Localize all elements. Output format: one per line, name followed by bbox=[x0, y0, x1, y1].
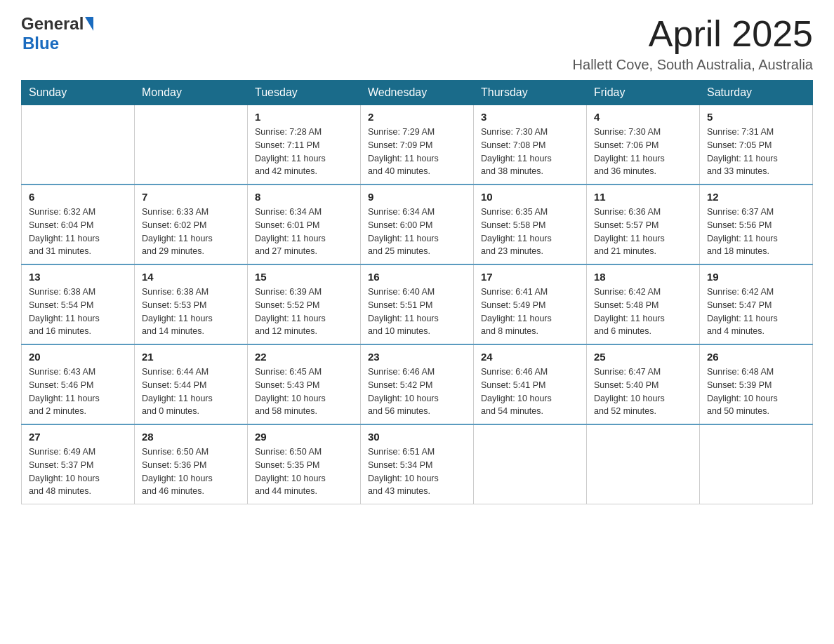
day-header-friday: Friday bbox=[587, 81, 700, 105]
day-number: 19 bbox=[707, 271, 805, 283]
day-info: Sunrise: 6:37 AM Sunset: 5:56 PM Dayligh… bbox=[707, 206, 805, 258]
calendar-cell: 7Sunrise: 6:33 AM Sunset: 6:02 PM Daylig… bbox=[135, 185, 248, 264]
day-info: Sunrise: 7:29 AM Sunset: 7:09 PM Dayligh… bbox=[368, 126, 466, 178]
calendar-table: SundayMondayTuesdayWednesdayThursdayFrid… bbox=[21, 80, 813, 504]
calendar-cell bbox=[700, 424, 813, 504]
day-info: Sunrise: 7:30 AM Sunset: 7:08 PM Dayligh… bbox=[481, 126, 579, 178]
calendar-week-row: 6Sunrise: 6:32 AM Sunset: 6:04 PM Daylig… bbox=[22, 185, 813, 264]
day-number: 30 bbox=[368, 431, 466, 443]
day-number: 12 bbox=[707, 191, 805, 203]
day-info: Sunrise: 6:32 AM Sunset: 6:04 PM Dayligh… bbox=[29, 206, 127, 258]
day-info: Sunrise: 6:40 AM Sunset: 5:51 PM Dayligh… bbox=[368, 286, 466, 338]
day-info: Sunrise: 6:36 AM Sunset: 5:57 PM Dayligh… bbox=[594, 206, 692, 258]
day-number: 22 bbox=[255, 351, 353, 363]
calendar-week-row: 13Sunrise: 6:38 AM Sunset: 5:54 PM Dayli… bbox=[22, 264, 813, 344]
day-number: 18 bbox=[594, 271, 692, 283]
day-info: Sunrise: 6:45 AM Sunset: 5:43 PM Dayligh… bbox=[255, 365, 353, 418]
day-info: Sunrise: 6:38 AM Sunset: 5:54 PM Dayligh… bbox=[29, 286, 127, 338]
calendar-cell bbox=[587, 424, 700, 504]
day-header-sunday: Sunday bbox=[22, 81, 135, 105]
day-number: 6 bbox=[29, 191, 127, 203]
day-number: 15 bbox=[255, 271, 353, 283]
day-info: Sunrise: 7:30 AM Sunset: 7:06 PM Dayligh… bbox=[594, 126, 692, 178]
logo-blue-text: Blue bbox=[22, 34, 59, 53]
day-number: 27 bbox=[29, 431, 127, 443]
day-number: 16 bbox=[368, 271, 466, 283]
calendar-cell: 19Sunrise: 6:42 AM Sunset: 5:47 PM Dayli… bbox=[700, 264, 813, 344]
day-number: 10 bbox=[481, 191, 579, 203]
day-number: 24 bbox=[481, 351, 579, 363]
day-number: 13 bbox=[29, 271, 127, 283]
day-info: Sunrise: 6:42 AM Sunset: 5:47 PM Dayligh… bbox=[707, 286, 805, 338]
day-info: Sunrise: 6:50 AM Sunset: 5:35 PM Dayligh… bbox=[255, 445, 353, 498]
calendar-cell: 1Sunrise: 7:28 AM Sunset: 7:11 PM Daylig… bbox=[248, 105, 361, 185]
calendar-cell: 6Sunrise: 6:32 AM Sunset: 6:04 PM Daylig… bbox=[22, 185, 135, 264]
calendar-cell: 4Sunrise: 7:30 AM Sunset: 7:06 PM Daylig… bbox=[587, 105, 700, 185]
calendar-cell: 12Sunrise: 6:37 AM Sunset: 5:56 PM Dayli… bbox=[700, 185, 813, 264]
calendar-cell: 29Sunrise: 6:50 AM Sunset: 5:35 PM Dayli… bbox=[248, 424, 361, 504]
calendar-cell: 30Sunrise: 6:51 AM Sunset: 5:34 PM Dayli… bbox=[361, 424, 474, 504]
calendar-cell: 14Sunrise: 6:38 AM Sunset: 5:53 PM Dayli… bbox=[135, 264, 248, 344]
calendar-cell bbox=[22, 105, 135, 185]
day-info: Sunrise: 6:46 AM Sunset: 5:41 PM Dayligh… bbox=[481, 365, 579, 418]
day-header-thursday: Thursday bbox=[474, 81, 587, 105]
calendar-cell: 2Sunrise: 7:29 AM Sunset: 7:09 PM Daylig… bbox=[361, 105, 474, 185]
calendar-cell: 22Sunrise: 6:45 AM Sunset: 5:43 PM Dayli… bbox=[248, 344, 361, 424]
day-number: 26 bbox=[707, 351, 805, 363]
calendar-header-row: SundayMondayTuesdayWednesdayThursdayFrid… bbox=[22, 81, 813, 105]
calendar-cell: 26Sunrise: 6:48 AM Sunset: 5:39 PM Dayli… bbox=[700, 344, 813, 424]
calendar-cell: 8Sunrise: 6:34 AM Sunset: 6:01 PM Daylig… bbox=[248, 185, 361, 264]
day-number: 29 bbox=[255, 431, 353, 443]
day-number: 25 bbox=[594, 351, 692, 363]
calendar-cell: 10Sunrise: 6:35 AM Sunset: 5:58 PM Dayli… bbox=[474, 185, 587, 264]
day-info: Sunrise: 6:48 AM Sunset: 5:39 PM Dayligh… bbox=[707, 365, 805, 418]
calendar-cell: 27Sunrise: 6:49 AM Sunset: 5:37 PM Dayli… bbox=[22, 424, 135, 504]
month-title: April 2025 bbox=[573, 14, 813, 54]
calendar-cell: 24Sunrise: 6:46 AM Sunset: 5:41 PM Dayli… bbox=[474, 344, 587, 424]
calendar-cell: 25Sunrise: 6:47 AM Sunset: 5:40 PM Dayli… bbox=[587, 344, 700, 424]
calendar-cell: 17Sunrise: 6:41 AM Sunset: 5:49 PM Dayli… bbox=[474, 264, 587, 344]
calendar-cell bbox=[474, 424, 587, 504]
day-info: Sunrise: 6:38 AM Sunset: 5:53 PM Dayligh… bbox=[142, 286, 240, 338]
calendar-cell: 28Sunrise: 6:50 AM Sunset: 5:36 PM Dayli… bbox=[135, 424, 248, 504]
day-info: Sunrise: 6:43 AM Sunset: 5:46 PM Dayligh… bbox=[29, 365, 127, 418]
day-info: Sunrise: 6:34 AM Sunset: 6:01 PM Dayligh… bbox=[255, 206, 353, 258]
calendar-week-row: 20Sunrise: 6:43 AM Sunset: 5:46 PM Dayli… bbox=[22, 344, 813, 424]
day-number: 21 bbox=[142, 351, 240, 363]
day-number: 3 bbox=[481, 111, 579, 123]
day-number: 1 bbox=[255, 111, 353, 123]
day-info: Sunrise: 6:35 AM Sunset: 5:58 PM Dayligh… bbox=[481, 206, 579, 258]
calendar-week-row: 1Sunrise: 7:28 AM Sunset: 7:11 PM Daylig… bbox=[22, 105, 813, 185]
day-header-wednesday: Wednesday bbox=[361, 81, 474, 105]
day-info: Sunrise: 6:49 AM Sunset: 5:37 PM Dayligh… bbox=[29, 445, 127, 498]
location-subtitle: Hallett Cove, South Australia, Australia bbox=[573, 57, 813, 73]
page-header: General Blue April 2025 Hallett Cove, So… bbox=[21, 14, 813, 73]
day-info: Sunrise: 6:34 AM Sunset: 6:00 PM Dayligh… bbox=[368, 206, 466, 258]
logo-triangle-icon bbox=[85, 17, 93, 31]
day-number: 2 bbox=[368, 111, 466, 123]
day-number: 11 bbox=[594, 191, 692, 203]
day-number: 4 bbox=[594, 111, 692, 123]
day-number: 14 bbox=[142, 271, 240, 283]
calendar-cell: 13Sunrise: 6:38 AM Sunset: 5:54 PM Dayli… bbox=[22, 264, 135, 344]
calendar-week-row: 27Sunrise: 6:49 AM Sunset: 5:37 PM Dayli… bbox=[22, 424, 813, 504]
calendar-cell: 16Sunrise: 6:40 AM Sunset: 5:51 PM Dayli… bbox=[361, 264, 474, 344]
day-info: Sunrise: 6:42 AM Sunset: 5:48 PM Dayligh… bbox=[594, 286, 692, 338]
calendar-cell bbox=[135, 105, 248, 185]
title-section: April 2025 Hallett Cove, South Australia… bbox=[573, 14, 813, 73]
day-header-tuesday: Tuesday bbox=[248, 81, 361, 105]
calendar-cell: 15Sunrise: 6:39 AM Sunset: 5:52 PM Dayli… bbox=[248, 264, 361, 344]
calendar-cell: 21Sunrise: 6:44 AM Sunset: 5:44 PM Dayli… bbox=[135, 344, 248, 424]
day-info: Sunrise: 6:46 AM Sunset: 5:42 PM Dayligh… bbox=[368, 365, 466, 418]
calendar-cell: 11Sunrise: 6:36 AM Sunset: 5:57 PM Dayli… bbox=[587, 185, 700, 264]
calendar-cell: 5Sunrise: 7:31 AM Sunset: 7:05 PM Daylig… bbox=[700, 105, 813, 185]
day-number: 23 bbox=[368, 351, 466, 363]
day-info: Sunrise: 6:51 AM Sunset: 5:34 PM Dayligh… bbox=[368, 445, 466, 498]
day-header-saturday: Saturday bbox=[700, 81, 813, 105]
calendar-cell: 23Sunrise: 6:46 AM Sunset: 5:42 PM Dayli… bbox=[361, 344, 474, 424]
day-info: Sunrise: 6:47 AM Sunset: 5:40 PM Dayligh… bbox=[594, 365, 692, 418]
day-info: Sunrise: 7:31 AM Sunset: 7:05 PM Dayligh… bbox=[707, 126, 805, 178]
day-number: 5 bbox=[707, 111, 805, 123]
calendar-cell: 20Sunrise: 6:43 AM Sunset: 5:46 PM Dayli… bbox=[22, 344, 135, 424]
logo: General Blue bbox=[21, 14, 93, 53]
